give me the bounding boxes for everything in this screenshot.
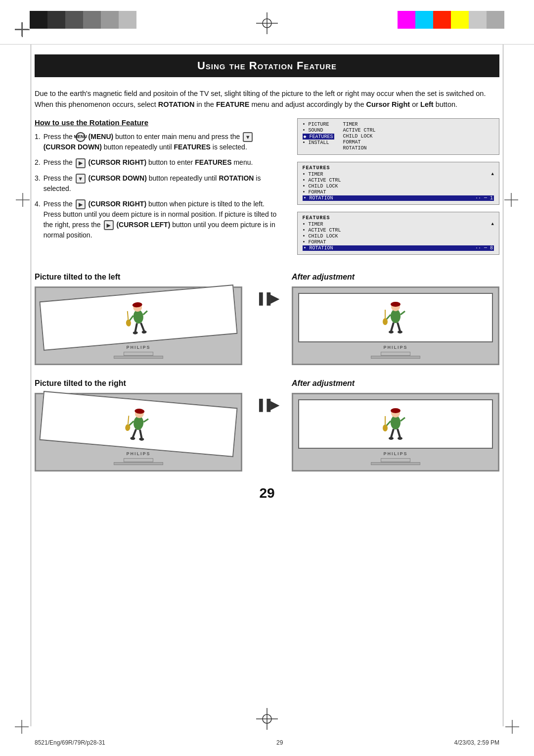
tilt-right-row: Picture tilted to the right <box>35 379 499 473</box>
step-3: 3. Press the ▼ (CURSOR DOWN) button repe… <box>35 173 282 194</box>
color-swatch <box>30 11 47 29</box>
tv-base-4 <box>371 462 420 465</box>
svg-line-15 <box>142 311 147 315</box>
page-number: 29 <box>35 485 499 501</box>
svg-line-13 <box>140 323 143 331</box>
svg-line-34 <box>133 429 135 437</box>
intro-paragraph: Due to the earth's magnetic field and po… <box>35 88 499 110</box>
features-label-1: FEATURES <box>303 165 494 171</box>
tilted-left-section: Picture tilted to the left <box>35 273 242 367</box>
svg-line-26 <box>400 311 405 315</box>
footer-right-text: 4/23/03, 2:59 PM <box>454 739 499 746</box>
after-adjustment-left-section: After adjustment <box>292 273 499 367</box>
color-swatch <box>83 11 101 29</box>
step-1: 1. Press the MENU (MENU) button to enter… <box>35 132 282 152</box>
svg-point-29 <box>389 331 394 333</box>
arrow-icon-2: ▐▐▶ <box>255 399 279 412</box>
footer-center-text: 29 <box>276 739 283 746</box>
svg-point-42 <box>391 416 400 429</box>
svg-line-39 <box>128 416 128 424</box>
cursor-down-icon: ▼ <box>243 132 253 142</box>
tv-base-3 <box>114 462 163 465</box>
svg-line-12 <box>134 323 137 331</box>
svg-line-24 <box>398 323 400 331</box>
crosshair-bottom <box>256 708 278 731</box>
tv-stand-2 <box>381 352 410 356</box>
svg-point-19 <box>141 330 146 333</box>
menu-icon: MENU <box>76 132 86 142</box>
svg-point-52 <box>398 437 402 440</box>
color-swatch <box>101 11 119 29</box>
menu-screen-3: FEATURES • TIMER ▲ • ACTIVE CTRL • CHILD… <box>297 212 500 255</box>
arrow-icon-1: ▐▐▶ <box>255 292 279 305</box>
color-swatch <box>119 11 136 29</box>
tv-base-2 <box>371 356 420 359</box>
main-content: Using the Rotation Feature Due to the ea… <box>0 45 534 531</box>
svg-line-47 <box>386 421 391 426</box>
character-svg-tilted-right <box>123 404 153 444</box>
tv-normal-2: PHILIPS <box>292 393 499 472</box>
menu-screenshots-column: • PICTURE • SOUND ◆ FEATURES • INSTALL T… <box>297 118 500 258</box>
page-title: Using the Rotation Feature <box>35 54 499 77</box>
registration-mark-mr <box>504 193 518 208</box>
character-svg-normal-1 <box>382 299 409 336</box>
cursor-right-icon: ▶ <box>76 158 86 168</box>
registration-mark-ml <box>16 193 30 208</box>
highlighted-features: ◆ FEATURES <box>303 134 334 140</box>
tv-screen-tilted-right <box>39 391 237 457</box>
arrow-right-1: ▐▐▶ <box>252 273 282 305</box>
after-adjustment-right-section: After adjustment <box>292 379 499 473</box>
character-svg-normal-2 <box>382 405 409 442</box>
tv-brand-2: PHILIPS <box>298 345 493 350</box>
tv-brand-4: PHILIPS <box>298 451 493 456</box>
tv-normal-1: PHILIPS <box>292 286 499 365</box>
steps-column: How to use the Rotation Feature 1. Press… <box>35 118 282 245</box>
registration-mark-bl <box>15 720 29 735</box>
tilted-left-label: Picture tilted to the left <box>35 273 242 282</box>
tv-stand-3 <box>124 458 153 462</box>
arrow-right-2: ▐▐▶ <box>252 379 282 412</box>
after-adjustment-left-label: After adjustment <box>292 273 499 282</box>
tv-illustrations-section: Picture tilted to the left <box>35 273 499 473</box>
color-swatch <box>487 11 504 29</box>
tilted-right-label: Picture tilted to the right <box>35 379 242 388</box>
rotation-selected-2: • ROTATION ·· ─ 8 <box>303 245 494 251</box>
tv-tilted-left: PHILIPS <box>35 286 242 365</box>
menu-screen-2: FEATURES • TIMER ▲ • ACTIVE CTRL • CHILD… <box>297 162 500 205</box>
tv-tilted-right: PHILIPS <box>35 393 242 472</box>
tv-screen-tilted-left <box>39 284 237 351</box>
svg-line-48 <box>400 418 405 421</box>
registration-mark-tl <box>15 22 30 37</box>
features-label-2: FEATURES <box>303 215 494 221</box>
tv-base-1 <box>114 356 163 359</box>
two-column-layout: How to use the Rotation Feature 1. Press… <box>35 118 499 258</box>
page-footer: 8521/Eng/69R/79R/p28-31 29 4/23/03, 2:59… <box>0 739 534 746</box>
registration-mark-br <box>505 720 519 735</box>
svg-line-35 <box>139 429 142 438</box>
cursor-right-icon-2: ▶ <box>76 199 86 209</box>
step-2: 2. Press the ▶ (CURSOR RIGHT) button to … <box>35 157 282 168</box>
svg-point-49 <box>383 425 388 431</box>
color-swatch <box>433 11 451 29</box>
svg-point-22 <box>391 302 400 307</box>
top-bar <box>0 0 534 45</box>
crosshair-icon <box>256 12 278 36</box>
svg-point-41 <box>139 437 144 441</box>
color-swatch <box>469 11 487 29</box>
step-4: 4. Press the ▶ (CURSOR RIGHT) button whe… <box>35 199 282 241</box>
tilt-left-row: Picture tilted to the left <box>35 273 499 367</box>
tilted-right-section: Picture tilted to the right <box>35 379 242 473</box>
svg-point-44 <box>391 408 400 413</box>
svg-point-40 <box>130 436 135 440</box>
svg-point-30 <box>398 331 402 333</box>
svg-line-23 <box>391 323 394 331</box>
footer-left-text: 8521/Eng/69R/79R/p28-31 <box>35 739 105 746</box>
svg-point-51 <box>389 437 394 440</box>
svg-point-20 <box>391 309 400 323</box>
after-adjustment-right-label: After adjustment <box>292 379 499 388</box>
svg-line-45 <box>391 429 394 437</box>
svg-point-18 <box>133 331 137 334</box>
cursor-down-icon-2: ▼ <box>76 174 86 184</box>
menu-screen-1: • PICTURE • SOUND ◆ FEATURES • INSTALL T… <box>297 118 500 155</box>
tv-screen-normal-2 <box>298 399 493 449</box>
